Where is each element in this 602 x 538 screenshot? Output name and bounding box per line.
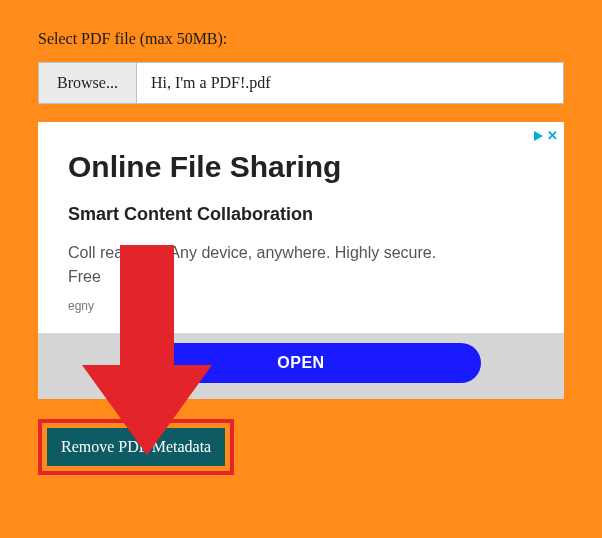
close-ad-icon[interactable]: ✕ xyxy=(547,128,558,143)
ad-body-line1: Coll real time. Any device, anywhere. Hi… xyxy=(68,244,436,261)
adchoices-icon[interactable] xyxy=(534,131,543,141)
ad-source: egny xyxy=(68,299,534,313)
ad-controls: ✕ xyxy=(534,128,558,143)
file-input-row: Browse... xyxy=(38,62,564,104)
ad-body-line2: Free xyxy=(68,268,101,285)
file-select-label: Select PDF file (max 50MB): xyxy=(38,30,564,48)
ad-subtitle: Smart Content Collaboration xyxy=(68,204,534,225)
action-highlight-box: Remove PDF Metadata xyxy=(38,419,234,475)
ad-body: Coll real time. Any device, anywhere. Hi… xyxy=(68,241,534,289)
ad-content: ✕ Online File Sharing Smart Content Coll… xyxy=(38,122,564,333)
ad-open-button[interactable]: OPEN xyxy=(121,343,481,383)
browse-button[interactable]: Browse... xyxy=(38,62,137,104)
remove-metadata-button[interactable]: Remove PDF Metadata xyxy=(47,428,225,466)
filename-input[interactable] xyxy=(137,62,564,104)
ad-title: Online File Sharing xyxy=(68,150,534,184)
ad-container: ✕ Online File Sharing Smart Content Coll… xyxy=(38,122,564,399)
ad-cta-wrap: OPEN xyxy=(38,333,564,383)
